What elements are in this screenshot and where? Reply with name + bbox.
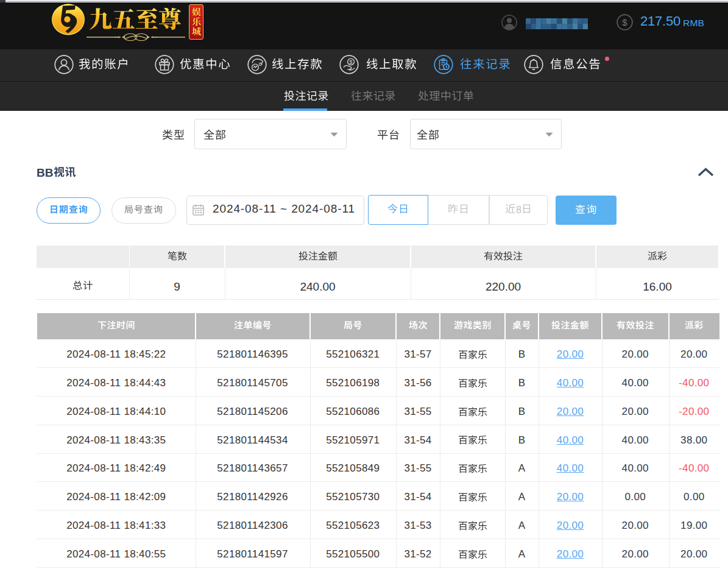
svg-text:$: $ [622,17,627,27]
svg-text:$: $ [349,58,353,65]
